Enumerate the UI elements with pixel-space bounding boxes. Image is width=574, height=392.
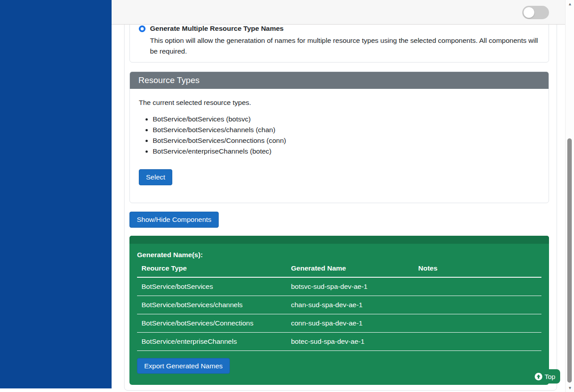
cell-resource-type: BotService/botServices/channels [137,296,287,314]
option-description: This option will allow the generatation … [150,35,541,57]
resource-types-list: BotService/botServices (botsvc) BotServi… [139,114,540,157]
column-header-notes: Notes [414,262,541,277]
cell-resource-type: BotService/botServices [137,277,287,296]
column-header-resource-type: Reource Type [137,262,287,277]
cell-generated-name: botsvc-sud-spa-dev-ae-1 [287,277,414,296]
cell-generated-name: conn-sud-spa-dev-ae-1 [287,314,414,333]
resource-types-header: Resource Types [130,72,549,89]
resource-types-description: The current selected resource types. [139,99,540,107]
cell-resource-type: BotService/enterpriseChannels [137,333,287,351]
option-card: Generate Multiple Resource Type Names Th… [129,18,549,63]
arrow-up-circle-icon [535,373,542,380]
resource-type-item: BotService/botServices/channels (chan) [153,125,540,135]
scroll-down-arrow-icon[interactable]: ▼ [566,385,574,391]
table-header-row: Reource Type Generated Name Notes [137,262,541,277]
radio-generate-multiple[interactable] [139,25,146,32]
vertical-scrollbar[interactable]: ▲ ▼ [565,0,574,392]
table-row: BotService/botServices botsvc-sud-spa-de… [137,277,541,296]
theme-toggle-switch[interactable] [522,6,549,19]
resource-type-item: BotService/enterpriseChannels (botec) [153,146,540,157]
top-bar [112,0,565,25]
cell-notes [414,333,541,351]
select-button[interactable]: Select [139,169,172,185]
cell-resource-type: BotService/botServices/Connections [137,314,287,333]
top-button-label: Top [545,373,555,380]
cell-notes [414,277,541,296]
cell-generated-name: chan-sud-spa-dev-ae-1 [287,296,414,314]
sidebar [0,0,112,388]
generated-names-table: Reource Type Generated Name Notes BotSer… [137,262,541,351]
option-label: Generate Multiple Resource Type Names [150,25,541,33]
export-generated-names-button[interactable]: Export Generated Names [137,358,230,374]
generated-names-panel-header [129,236,549,244]
column-header-generated-name: Generated Name [287,262,414,277]
generated-names-title: Generated Name(s): [137,251,541,259]
scrollbar-thumb[interactable] [567,138,572,383]
toggle-knob [524,7,534,18]
scroll-up-arrow-icon[interactable]: ▲ [566,1,574,7]
resource-types-card: Resource Types The current selected reso… [129,71,549,203]
back-to-top-button[interactable]: Top [531,369,560,384]
show-hide-components-button[interactable]: Show/Hide Components [129,212,219,228]
cell-notes [414,314,541,333]
cell-generated-name: botec-sud-spa-dev-ae-1 [287,333,414,351]
generated-names-panel: Generated Name(s): Reource Type Generate… [129,236,549,385]
cell-notes [414,296,541,314]
table-row: BotService/enterpriseChannels botec-sud-… [137,333,541,351]
table-row: BotService/botServices/Connections conn-… [137,314,541,333]
resource-type-item: BotService/botServices/Connections (conn… [153,135,540,146]
table-row: BotService/botServices/channels chan-sud… [137,296,541,314]
resource-type-item: BotService/botServices (botsvc) [153,114,540,125]
